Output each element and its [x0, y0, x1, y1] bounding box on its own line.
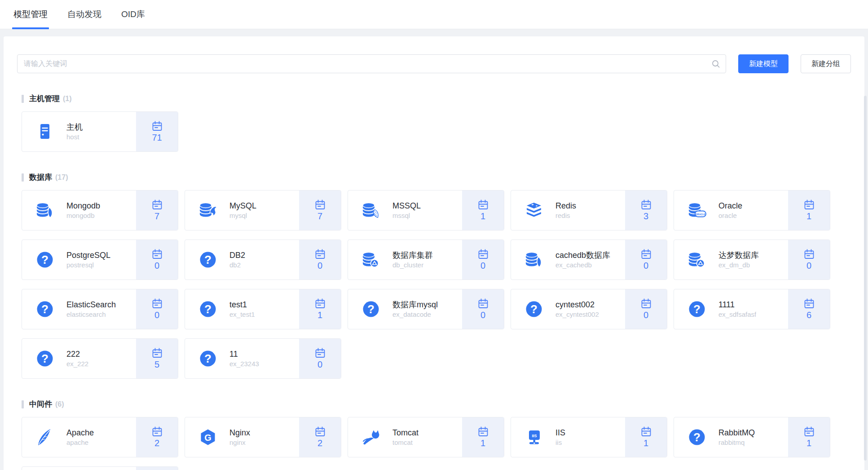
model-title: cachedb数据库: [555, 251, 610, 260]
model-code: apache: [66, 439, 94, 446]
model-card[interactable]: cachedb数据库 ex_cachedb 0: [511, 239, 667, 280]
model-card[interactable]: ORACLE Oracle oracle 1: [674, 190, 830, 231]
model-card[interactable]: ? DB2 db2 0: [185, 239, 341, 280]
model-card[interactable]: 数据库集群 db_cluster 0: [348, 239, 504, 280]
tab-auto-discovery[interactable]: 自动发现: [67, 0, 101, 29]
svg-text:?: ?: [204, 352, 211, 365]
model-title: 主机: [66, 123, 83, 132]
model-card[interactable]: ? ElasticSearch elasticsearch 0: [22, 289, 178, 329]
question-icon: ?: [35, 299, 55, 319]
model-count: 1: [317, 310, 322, 320]
svg-text:?: ?: [41, 352, 48, 365]
model-card-left: [22, 467, 136, 470]
model-card[interactable]: ? 11 ex_23243 0: [185, 338, 341, 379]
model-title: MSSQL: [392, 201, 421, 211]
tab-model-management[interactable]: 模型管理: [13, 0, 48, 29]
model-code: oracle: [718, 212, 742, 219]
instance-count-panel: 1: [788, 191, 830, 230]
search-input[interactable]: [17, 54, 726, 73]
model-code: nginx: [229, 439, 250, 446]
model-text: Nginx nginx: [229, 428, 254, 447]
model-code: ex_cachedb: [555, 261, 610, 269]
card-grid: 主机 host 71: [22, 111, 846, 152]
top-tab-bar: 模型管理 自动发现 OID库: [0, 0, 868, 29]
model-card[interactable]: ? PostgreSQL postresql 0: [22, 239, 178, 280]
model-text: 数据库mysql ex_datacode: [392, 300, 441, 319]
model-card[interactable]: ? cyntest002 ex_cyntest002 0: [511, 289, 667, 329]
question-icon: ?: [687, 299, 707, 319]
model-title: test1: [229, 300, 255, 310]
model-card-left: ORACLE Oracle oracle: [674, 191, 788, 230]
oracle-icon: ORACLE: [687, 200, 707, 220]
instance-count-panel: 0: [136, 289, 178, 329]
active-tab-indicator: [12, 27, 49, 29]
section-count: (17): [55, 173, 68, 182]
model-text: 数据库集群 db_cluster: [392, 251, 436, 269]
model-card[interactable]: ? 1111 ex_sdfsafasf 6: [674, 289, 830, 329]
model-count: 71: [152, 133, 162, 143]
model-card-left: ? 11 ex_23243: [185, 339, 299, 378]
new-group-button[interactable]: 新建分组: [801, 54, 851, 73]
model-card-left: G Nginx nginx: [185, 417, 299, 457]
calendar-icon: [151, 199, 163, 211]
model-count: 0: [806, 261, 811, 271]
instance-count-panel: 7: [299, 191, 341, 230]
model-title: Mongodb: [66, 201, 100, 211]
calendar-icon: [640, 199, 652, 211]
tab-oid-library[interactable]: OID库: [121, 0, 145, 29]
mongodb-icon: [35, 200, 55, 220]
model-card[interactable]: 达梦数据库 ex_dm_db 0: [674, 239, 830, 280]
tabs: 模型管理 自动发现 OID库: [13, 0, 145, 29]
model-card[interactable]: Mongodb mongodb 7: [22, 190, 178, 231]
instance-count-panel: 2: [136, 417, 178, 457]
calendar-icon: [314, 199, 326, 211]
model-card[interactable]: G Nginx nginx 2: [185, 417, 341, 457]
model-groups: 主机管理 (1) 主机 host 71 数据库 (17): [17, 93, 851, 470]
model-count: 0: [317, 359, 322, 370]
model-card[interactable]: [22, 466, 178, 470]
model-card-left: ? 1111 ex_sdfsafasf: [674, 289, 788, 329]
apache-icon: [35, 427, 55, 447]
scrollbar-thumb[interactable]: [864, 96, 867, 461]
model-card[interactable]: ? 222 ex_222 5: [22, 338, 178, 379]
instance-count-panel: 3: [625, 191, 667, 230]
model-card-left: 主机 host: [22, 112, 136, 151]
model-count: 7: [154, 211, 159, 222]
model-code: iis: [555, 439, 565, 446]
model-text: cyntest002 ex_cyntest002: [555, 300, 603, 319]
model-title: Tomcat: [392, 428, 419, 438]
model-code: ex_datacode: [392, 310, 438, 318]
model-card[interactable]: 主机 host 71: [22, 111, 178, 152]
iis-icon: IIS: [524, 427, 544, 447]
model-code: mysql: [229, 212, 256, 219]
model-card-left: IIS IIS iis: [511, 417, 625, 457]
model-text: IIS iis: [555, 428, 569, 447]
model-card[interactable]: ? RabbitMQ rabbitmq 1: [674, 417, 830, 457]
model-count: 3: [643, 211, 648, 222]
model-card-left: ? ElasticSearch elasticsearch: [22, 289, 136, 329]
tab-label: OID库: [121, 9, 145, 20]
new-model-button[interactable]: 新建模型: [738, 54, 789, 73]
model-card[interactable]: Apache apache 2: [22, 417, 178, 457]
model-card[interactable]: MSSQL mssql 1: [348, 190, 504, 231]
search-icon[interactable]: [711, 59, 720, 68]
model-count: 2: [317, 438, 322, 448]
model-card-left: ? 数据库mysql ex_datacode: [348, 289, 462, 329]
model-card-left: ? DB2 db2: [185, 240, 299, 279]
model-count: 0: [480, 310, 485, 320]
model-card[interactable]: Redis redis 3: [511, 190, 667, 231]
model-code: ex_cyntest002: [555, 310, 599, 318]
model-text: Redis redis: [555, 201, 580, 220]
model-title: 数据库集群: [392, 251, 433, 260]
model-card[interactable]: MySQL mysql 7: [185, 190, 341, 231]
model-card[interactable]: IIS IIS iis 1: [511, 417, 667, 457]
svg-text:?: ?: [41, 253, 48, 266]
model-card[interactable]: ? 数据库mysql ex_datacode 0: [348, 289, 504, 329]
model-card-left: Redis redis: [511, 191, 625, 230]
model-code: mongodb: [66, 212, 100, 219]
model-text: Apache apache: [66, 428, 97, 447]
section-marker: [22, 95, 24, 103]
model-title: 达梦数据库: [718, 251, 759, 260]
model-card[interactable]: ? test1 ex_test1 1: [185, 289, 341, 329]
model-card[interactable]: Tomcat tomcat 1: [348, 417, 504, 457]
